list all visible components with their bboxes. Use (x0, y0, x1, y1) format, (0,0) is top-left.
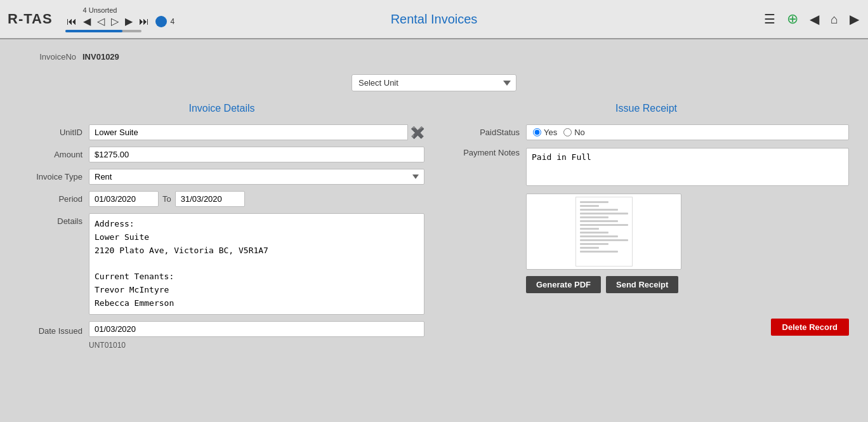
unit-id-input[interactable] (89, 124, 408, 140)
details-label: Details (19, 213, 82, 226)
invoice-no-value: INV01029 (82, 52, 119, 62)
paid-status-no-radio[interactable] (563, 128, 572, 136)
invoice-details-panel: Invoice Details UnitID ✖️ Amount Invoice… (19, 103, 424, 350)
amount-input[interactable] (89, 147, 424, 162)
pdf-preview (526, 194, 681, 270)
nav-number: 4 (171, 17, 175, 26)
pdf-line-12 (580, 243, 609, 245)
pdf-line-3 (580, 209, 619, 211)
pdf-line-5 (580, 216, 609, 218)
payment-notes-textarea[interactable]: Paid in Full (526, 148, 849, 186)
nav-last-button[interactable]: ⏭ (136, 15, 152, 28)
pdf-line-8 (580, 228, 599, 230)
pdf-line-13 (580, 247, 599, 249)
paid-status-no-label[interactable]: No (563, 128, 585, 137)
issue-receipt-panel: Issue Receipt PaidStatus Yes No Pay (444, 103, 849, 336)
page-title: Rental Invoices (391, 12, 478, 27)
details-row: Details Address: Lower Suite 2120 Plato … (19, 213, 424, 315)
header-right: ☰ ⊕ ◀ ⌂ ▶ (763, 10, 860, 29)
pdf-line-14 (580, 251, 619, 253)
generate-pdf-button[interactable]: Generate PDF (526, 276, 601, 293)
unit-id-field-container: ✖️ (89, 124, 424, 140)
paid-status-yes-label[interactable]: Yes (533, 128, 557, 137)
invoice-no-row: InvoiceNo INV01029 (19, 52, 849, 62)
pdf-line-4 (580, 213, 628, 214)
paid-status-label: PaidStatus (444, 128, 520, 137)
nav-first-button[interactable]: ⏮ (64, 15, 79, 28)
invoice-details-title: Invoice Details (19, 103, 424, 114)
receipt-buttons: Generate PDF Send Receipt (526, 276, 849, 293)
pdf-line-1 (580, 201, 609, 203)
delete-record-container: Delete Record (444, 312, 849, 336)
paid-status-row: PaidStatus Yes No (444, 124, 849, 140)
nav-next-skip-button[interactable]: ▶ (122, 15, 135, 28)
nav-buttons: ⏮ ◀ ◁ ▷ ▶ ⏭ 4 (64, 15, 175, 28)
paid-status-no-text: No (574, 128, 585, 137)
pdf-line-9 (580, 232, 609, 234)
menu-icon-button[interactable]: ☰ (763, 10, 777, 28)
header: R-TAS 4 Unsorted ⏮ ◀ ◁ ▷ ▶ ⏭ 4 Rental In… (0, 0, 868, 39)
payment-notes-row: Payment Notes Paid in Full (444, 148, 849, 186)
unit-id-label: UnitID (19, 124, 82, 137)
details-textarea[interactable]: Address: Lower Suite 2120 Plato Ave, Vic… (89, 213, 424, 315)
forward-icon-button[interactable]: ▶ (848, 10, 860, 28)
select-unit-container: Select Unit Lower Suite Upper Suite (19, 74, 849, 91)
pdf-thumbnail-image (575, 197, 633, 267)
pdf-line-10 (580, 235, 619, 237)
progress-bar (65, 30, 141, 32)
delete-record-button[interactable]: Delete Record (771, 319, 849, 336)
select-unit-dropdown[interactable]: Select Unit Lower Suite Upper Suite (352, 74, 516, 91)
invoice-no-label: InvoiceNo (19, 52, 76, 62)
pdf-line-2 (580, 205, 599, 207)
amount-label: Amount (19, 147, 82, 159)
unit-code-text: UNT01010 (89, 341, 424, 350)
paid-status-radio-group: Yes No (526, 124, 849, 140)
date-issued-input[interactable] (89, 321, 424, 337)
pdf-line-7 (580, 224, 628, 226)
two-column-layout: Invoice Details UnitID ✖️ Amount Invoice… (19, 103, 849, 350)
period-from-input[interactable] (89, 191, 159, 207)
paid-status-yes-radio[interactable] (533, 128, 541, 136)
add-icon-button[interactable]: ⊕ (786, 10, 799, 29)
nav-prev-button[interactable]: ◁ (95, 15, 107, 28)
unit-id-row: UnitID ✖️ (19, 124, 424, 140)
issue-receipt-title: Issue Receipt (444, 103, 849, 114)
unsorted-label: 4 Unsorted (83, 6, 117, 14)
pdf-line-11 (580, 239, 628, 241)
nav-controls: 4 Unsorted ⏮ ◀ ◁ ▷ ▶ ⏭ 4 (64, 6, 175, 32)
pdf-line-6 (580, 220, 619, 222)
progress-bar-fill (65, 30, 122, 32)
nav-next-button[interactable]: ▷ (109, 15, 121, 28)
invoice-type-row: Invoice Type Rent Utilities Other (19, 169, 424, 185)
send-receipt-button[interactable]: Send Receipt (606, 276, 678, 293)
period-row: Period To (19, 191, 424, 207)
back-icon-button[interactable]: ◀ (808, 10, 820, 28)
nav-prev-skip-button[interactable]: ◀ (81, 15, 93, 28)
home-icon-button[interactable]: ⌂ (829, 11, 839, 28)
invoice-type-label: Invoice Type (19, 169, 82, 181)
payment-notes-label: Payment Notes (444, 148, 520, 157)
period-label: Period (19, 191, 82, 204)
app-logo: R-TAS (8, 11, 53, 27)
main-content: InvoiceNo INV01029 Select Unit Lower Sui… (0, 39, 868, 422)
amount-row: Amount (19, 147, 424, 162)
paid-status-yes-text: Yes (544, 128, 557, 137)
date-issued-label: Date Issued (19, 323, 82, 336)
period-to-label: To (162, 194, 171, 204)
invoice-type-select[interactable]: Rent Utilities Other (89, 169, 424, 185)
date-issued-row: Date Issued (19, 321, 424, 337)
period-to-input[interactable] (175, 191, 245, 207)
nav-record-indicator (155, 16, 167, 27)
clear-unit-id-button[interactable]: ✖️ (411, 127, 424, 138)
period-inputs: To (89, 191, 424, 207)
